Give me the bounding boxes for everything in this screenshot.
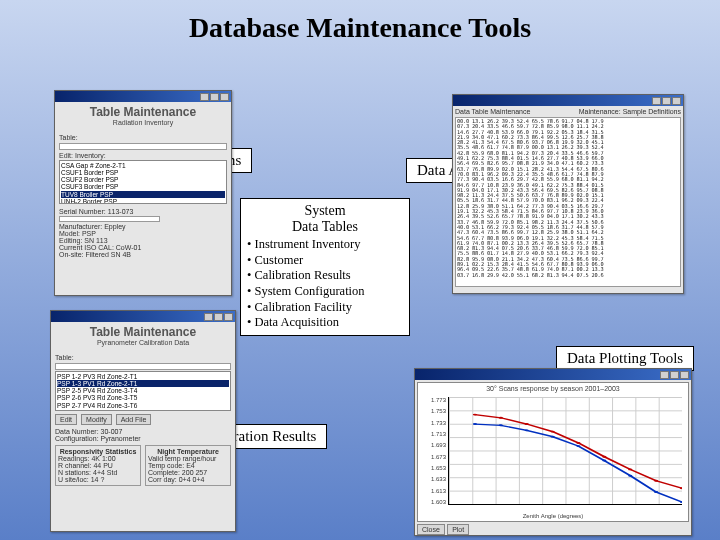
chart-title: 30° Scans response by season 2001–2003	[418, 383, 688, 394]
close-icon[interactable]	[220, 93, 229, 101]
field-label: Configuration: Pyranometer	[55, 435, 231, 442]
field-label: Corr day: 0+4 0+4	[148, 476, 228, 483]
maximize-icon[interactable]	[670, 371, 679, 379]
svg-point-11	[525, 429, 529, 431]
svg-point-13	[576, 445, 580, 447]
chart: 30° Scans response by season 2001–2003 1…	[417, 382, 689, 522]
titlebar	[51, 311, 235, 322]
list-item: Calibration Results	[247, 268, 403, 284]
inventory-listbox[interactable]: CSA Gap # Zone-2-T1 CSUF1 Border PSP CSU…	[59, 160, 227, 204]
dropdown[interactable]	[55, 363, 231, 370]
list-item[interactable]: PSP 2-6 PV3 Rd Zone-3-T5	[57, 394, 229, 401]
system-data-tables-box: System Data Tables Instrument Inventory …	[240, 198, 410, 336]
list-item: Data Acquisition	[247, 315, 403, 331]
minimize-icon[interactable]	[652, 97, 661, 105]
svg-point-16	[654, 491, 658, 493]
svg-point-0	[473, 414, 477, 416]
list-item[interactable]: TUV8 Broiler PSP	[61, 191, 225, 198]
field-label: Complete: 200 257	[148, 469, 228, 476]
system-tables-list: Instrument Inventory Customer Calibratio…	[247, 237, 403, 331]
list-item: System Configuration	[247, 284, 403, 300]
panel-title: Night Temperature	[148, 448, 228, 455]
list-item[interactable]: CSUF2 Border PSP	[61, 176, 225, 183]
field-label: U site/loc: 14 ?	[58, 476, 138, 483]
field-label: Manufacturer: Eppley	[59, 223, 227, 230]
titlebar	[453, 95, 683, 106]
dropdown[interactable]	[59, 143, 227, 150]
field-label: R channel: 44 PU	[58, 462, 138, 469]
svg-point-4	[576, 442, 580, 444]
svg-point-15	[628, 475, 632, 477]
text-input[interactable]	[59, 216, 160, 222]
edit-button[interactable]: Edit	[55, 414, 77, 425]
data-grid[interactable]: 00.0 13.1 26.2 39.3 52.4 65.5 78.6 91.7 …	[455, 117, 681, 287]
field-label: Table:	[55, 354, 74, 361]
window-subtitle: Radiation Inventory	[55, 119, 231, 126]
svg-point-2	[525, 423, 529, 425]
maximize-icon[interactable]	[214, 313, 223, 321]
maximize-icon[interactable]	[210, 93, 219, 101]
list-item[interactable]: CSA Gap # Zone-2-T1	[61, 162, 225, 169]
calibration-listbox[interactable]: PSP 1-2 PV3 Rd Zone-2-T1 PSP 1-3 PV1 Rd …	[55, 371, 231, 411]
addfile-button[interactable]: Add File	[116, 414, 152, 425]
window-table-maintenance-calibration: Table Maintenance Pyranometer Calibratio…	[50, 310, 236, 532]
minimize-icon[interactable]	[204, 313, 213, 321]
field-label: On-site: Filtered SN 4B	[59, 251, 227, 258]
svg-point-5	[602, 456, 606, 458]
field-label: Model: PSP	[59, 230, 227, 237]
list-item[interactable]: PSP 1-3 PV1 Rd Zone-2-T1	[57, 380, 229, 387]
system-heading-l1: System	[304, 203, 345, 218]
close-icon[interactable]	[672, 97, 681, 105]
window-subtitle: Pyranometer Calibration Data	[51, 339, 235, 346]
field-label: Table:	[59, 134, 78, 141]
field-label: Readings: 4K 1:00	[58, 455, 138, 462]
list-item: Instrument Inventory	[247, 237, 403, 253]
field-label: Data Table Maintenance	[455, 108, 530, 115]
plot-button[interactable]: Plot	[447, 524, 469, 535]
modify-button[interactable]: Modify	[81, 414, 112, 425]
window-data-plot: 30° Scans response by season 2001–2003 1…	[414, 368, 692, 536]
x-axis-label: Zenith Angle (degrees)	[418, 513, 688, 519]
list-item[interactable]: CSUF1 Border PSP	[61, 169, 225, 176]
window-title: Table Maintenance	[51, 322, 235, 339]
page-title: Database Maintenance Tools	[0, 0, 720, 44]
svg-point-10	[499, 424, 503, 426]
field-label: Editing: SN 113	[59, 237, 227, 244]
maximize-icon[interactable]	[662, 97, 671, 105]
svg-point-1	[499, 417, 503, 419]
plot-area	[448, 397, 682, 505]
field-label: Valid temp range/hour	[148, 455, 228, 462]
close-icon[interactable]	[224, 313, 233, 321]
svg-point-12	[550, 436, 554, 438]
window-data-access: Data Table Maintenance Maintenance: Samp…	[452, 94, 684, 294]
field-label: N stations: 4+4 Std	[58, 469, 138, 476]
titlebar	[55, 91, 231, 102]
list-item[interactable]: CSUF3 Border PSP	[61, 183, 225, 190]
list-item[interactable]: PSP 2-5 PV4 Rd Zone-3-T4	[57, 387, 229, 394]
y-axis: 1.7731.7531.7331.7131.6931.6731.6531.633…	[422, 397, 446, 505]
svg-point-9	[473, 423, 477, 425]
system-heading-l2: Data Tables	[292, 219, 358, 234]
window-title: Table Maintenance	[55, 102, 231, 119]
svg-point-6	[628, 468, 632, 470]
svg-point-7	[654, 480, 658, 482]
list-item: Customer	[247, 253, 403, 269]
window-table-maintenance-inventory: Table Maintenance Radiation Inventory Ta…	[54, 90, 232, 296]
close-button[interactable]: Close	[417, 524, 445, 535]
field-label: Maintenance: Sample Definitions	[579, 108, 681, 115]
panel-title: Responsivity Statistics	[58, 448, 138, 455]
close-icon[interactable]	[680, 371, 689, 379]
minimize-icon[interactable]	[660, 371, 669, 379]
minimize-icon[interactable]	[200, 93, 209, 101]
field-label: Data Number: 30-007	[55, 428, 231, 435]
list-item[interactable]: PSP 1-2 PV3 Rd Zone-2-T1	[57, 373, 229, 380]
svg-point-14	[602, 460, 606, 462]
list-item[interactable]: PSP 2-8 UI Rd Zone-3-T8	[57, 409, 229, 411]
svg-point-3	[550, 431, 554, 433]
field-label: Temp code: E4	[148, 462, 228, 469]
field-label: Current ISO CAL: CoW-01	[59, 244, 227, 251]
plot-svg	[449, 397, 682, 504]
list-item[interactable]: PSP 2-7 PV4 Rd Zone-3-T6	[57, 402, 229, 409]
field-label: Serial Number: 113-073	[59, 208, 227, 215]
titlebar	[415, 369, 691, 380]
